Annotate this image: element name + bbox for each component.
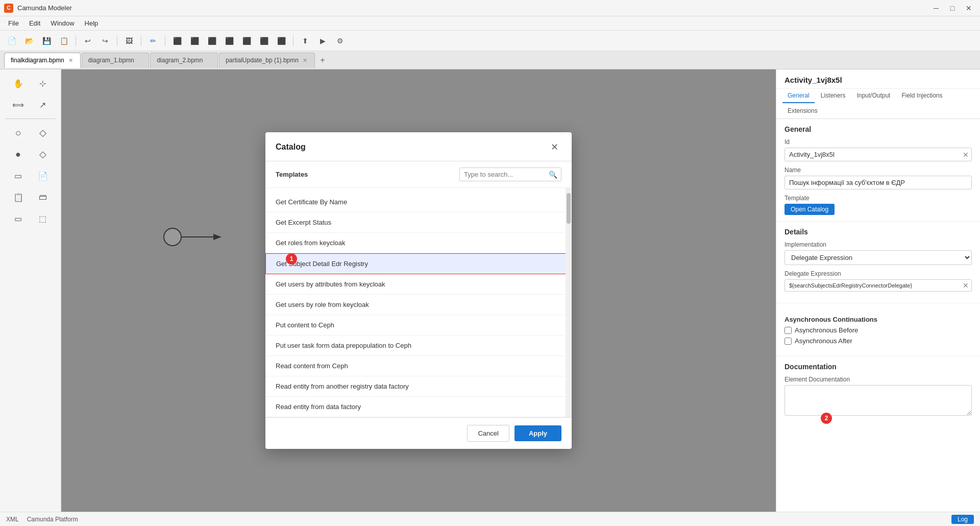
tab-close-0[interactable]: ✕ — [67, 57, 74, 64]
list-item[interactable]: Get roles from keycloak — [265, 233, 572, 253]
delegate-clear-button[interactable]: ✕ — [963, 281, 969, 290]
right-panel: Activity_1vj8x5l General Listeners Input… — [776, 69, 980, 512]
modal-overlay: 1 Catalog ✕ Templates 🔍 Get Cert — [61, 69, 776, 512]
tab-general[interactable]: General — [782, 89, 815, 103]
list-item[interactable]: Get users by attributes from keycloak — [265, 274, 572, 295]
tool-hand[interactable]: ✋ — [7, 74, 30, 93]
list-item[interactable]: Put content to Ceph — [265, 315, 572, 336]
toolbar-distribute-v[interactable]: ⬛ — [239, 34, 254, 48]
log-button[interactable]: Log — [951, 515, 974, 524]
toolbar-new[interactable]: 📄 — [4, 34, 19, 48]
canvas-area[interactable]: 1 Catalog ✕ Templates 🔍 Get Cert — [61, 69, 776, 512]
async-section-title: Asynchronous Continuations — [785, 316, 972, 323]
menu-edit[interactable]: Edit — [25, 18, 44, 29]
toolbar-redo[interactable]: ↪ — [97, 34, 113, 48]
tab-partialupdate[interactable]: partialUpdate_bp (1).bpmn ✕ — [219, 53, 315, 68]
maximize-button[interactable]: □ — [945, 1, 960, 15]
tab-finalkdiagram[interactable]: finalkdiagram.bpmn ✕ — [4, 53, 81, 68]
menu-file[interactable]: File — [4, 18, 23, 29]
toolbar-align-left[interactable]: ⬛ — [169, 34, 185, 48]
toolbar-align-right[interactable]: ⬛ — [204, 34, 219, 48]
implementation-select[interactable]: Delegate Expression — [785, 250, 972, 265]
cancel-button[interactable]: Cancel — [467, 425, 509, 442]
minimize-button[interactable]: ─ — [929, 1, 943, 15]
list-item[interactable]: Read content from Ceph — [265, 356, 572, 376]
toolbar-distribute-h[interactable]: ⬛ — [222, 34, 237, 48]
tool-db[interactable]: 🗃 — [32, 187, 54, 207]
toolbar-space-v[interactable]: ⬛ — [274, 34, 289, 48]
tab-label: finalkdiagram.bpmn — [11, 57, 64, 64]
tab-input-output[interactable]: Input/Output — [851, 89, 895, 103]
scroll-thumb — [567, 193, 571, 224]
list-item[interactable]: Get Excerpt Status — [265, 212, 572, 233]
list-item[interactable]: Read entity from another registry data f… — [265, 376, 572, 397]
delegate-input[interactable] — [785, 279, 972, 292]
tool-gateway[interactable]: ◇ — [32, 123, 54, 142]
toolbar-image[interactable]: 🖼 — [121, 34, 137, 48]
toolbar-save[interactable]: 💾 — [39, 34, 54, 48]
tool-row-7: ▭ ⬚ — [7, 209, 54, 228]
tool-connect[interactable]: ↗ — [32, 95, 54, 114]
toolbar-more[interactable]: ⚙ — [332, 34, 348, 48]
toolbar-open[interactable]: 📂 — [21, 34, 37, 48]
template-list: Get Certificate By Name Get Excerpt Stat… — [265, 188, 572, 417]
tab-extensions[interactable]: Extensions — [782, 104, 823, 118]
name-input[interactable] — [785, 176, 972, 189]
id-field-wrap: ✕ — [785, 148, 972, 161]
toolbar-deploy[interactable]: ⬆ — [298, 34, 313, 48]
tool-row-3: ○ ◇ — [7, 123, 54, 142]
tab-close-3[interactable]: ✕ — [302, 57, 308, 64]
activity-title: Activity_1vj8x5l — [776, 69, 980, 89]
toolbar-sep-5 — [293, 35, 293, 46]
tool-row-1: ✋ ⊹ — [7, 74, 54, 93]
catalog-modal: Catalog ✕ Templates 🔍 Get Certificate By… — [265, 132, 572, 449]
tool-subprocess[interactable]: ▭ — [7, 209, 30, 228]
template-label: Template — [785, 195, 972, 202]
list-item[interactable]: Get users by role from keycloak — [265, 295, 572, 315]
menu-bar: File Edit Window Help — [0, 16, 980, 31]
tool-diamond[interactable]: ◇ — [32, 145, 54, 164]
catalog-search-input[interactable] — [459, 168, 561, 181]
tool-select[interactable]: ⊹ — [32, 74, 54, 93]
menu-window[interactable]: Window — [46, 18, 78, 29]
list-item[interactable]: Put user task form data prepopulation to… — [265, 336, 572, 356]
tab-close-2[interactable]: ○ — [206, 57, 212, 63]
tool-start-event[interactable]: ○ — [7, 123, 30, 142]
tool-file[interactable]: 📋 — [7, 187, 30, 207]
name-label: Name — [785, 166, 972, 174]
tab-listeners[interactable]: Listeners — [816, 89, 851, 103]
delegate-field-wrap: ✕ — [785, 279, 972, 292]
doc-textarea[interactable] — [785, 385, 972, 416]
close-button[interactable]: ✕ — [962, 1, 976, 15]
id-clear-button[interactable]: ✕ — [963, 151, 969, 159]
apply-button[interactable]: Apply — [514, 425, 561, 441]
tool-rectangle[interactable]: ▭ — [7, 166, 30, 185]
tool-selection[interactable]: ⬚ — [32, 209, 54, 228]
toolbar-space-h[interactable]: ⬛ — [256, 34, 272, 48]
toolbar-align-center[interactable]: ⬛ — [187, 34, 202, 48]
toolbar-edit[interactable]: ✏ — [145, 34, 161, 48]
menu-help[interactable]: Help — [81, 18, 103, 29]
tab-diagram2[interactable]: diagram_2.bpmn ○ — [150, 53, 218, 68]
toolbar-undo[interactable]: ↩ — [80, 34, 95, 48]
window-controls: ─ □ ✕ — [929, 1, 976, 15]
list-item-selected[interactable]: Get Subject Detail Edr Registry — [265, 253, 572, 274]
async-after-checkbox[interactable] — [785, 338, 792, 345]
async-before-checkbox[interactable] — [785, 327, 792, 334]
toolbar-saveas[interactable]: 📋 — [56, 34, 71, 48]
tab-field-injections[interactable]: Field Injections — [896, 89, 947, 103]
tab-close-1[interactable]: ○ — [137, 57, 143, 63]
toolbar-sep-3 — [141, 35, 141, 46]
tool-task[interactable]: ● — [7, 145, 30, 164]
tool-lasso[interactable]: ⟺ — [7, 95, 30, 114]
open-catalog-button[interactable]: Open Catalog — [785, 204, 835, 215]
tab-diagram1[interactable]: diagram_1.bpmn ○ — [82, 53, 150, 68]
step-badge-1: 1 — [286, 253, 297, 265]
list-item[interactable]: Read entity from data factory — [265, 397, 572, 417]
tool-data-object[interactable]: 📄 — [32, 166, 54, 185]
list-item[interactable]: Get Certificate By Name — [265, 192, 572, 212]
id-input[interactable] — [785, 148, 972, 161]
modal-close-button[interactable]: ✕ — [548, 140, 561, 154]
tab-add-button[interactable]: + — [316, 54, 329, 67]
toolbar-run[interactable]: ▶ — [315, 34, 330, 48]
